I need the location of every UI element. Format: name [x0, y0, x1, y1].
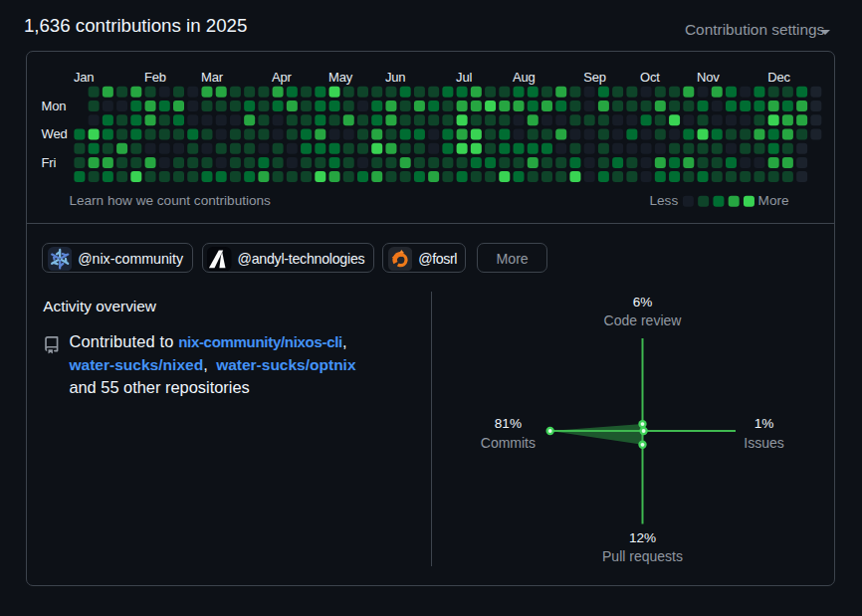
svg-text:Nov: Nov [697, 70, 720, 85]
svg-text:Jul: Jul [456, 70, 472, 85]
svg-text:Oct: Oct [640, 70, 660, 85]
svg-text:Feb: Feb [144, 70, 166, 85]
svg-text:Jan: Jan [74, 70, 94, 85]
svg-text:Mar: Mar [201, 70, 224, 85]
svg-text:Dec: Dec [767, 70, 790, 85]
svg-text:May: May [328, 70, 353, 85]
svg-text:Sep: Sep [583, 70, 606, 85]
svg-text:Mon: Mon [42, 99, 67, 113]
svg-text:Wed: Wed [42, 126, 68, 141]
svg-text:Aug: Aug [513, 70, 536, 85]
svg-text:Fri: Fri [42, 155, 57, 170]
svg-text:Jun: Jun [385, 70, 405, 85]
svg-text:Apr: Apr [272, 70, 293, 85]
